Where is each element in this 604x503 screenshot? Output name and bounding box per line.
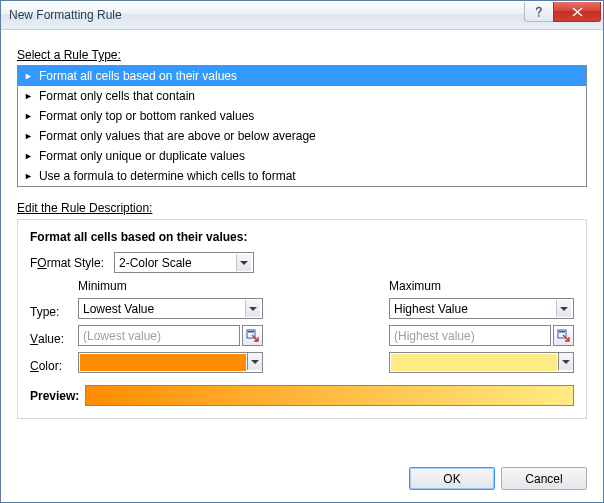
color-label: Color:	[30, 352, 78, 379]
help-icon	[534, 6, 544, 18]
titlebar: New Formatting Rule	[1, 1, 603, 30]
dropdown-arrow-icon	[236, 254, 251, 271]
rule-type-item[interactable]: ►Format only cells that contain	[18, 86, 586, 106]
arrow-icon: ►	[24, 72, 33, 81]
format-style-label: FOrmat Style:	[30, 256, 114, 270]
arrow-icon: ►	[24, 152, 33, 161]
rule-type-item[interactable]: ►Format only top or bottom ranked values	[18, 106, 586, 126]
dropdown-arrow-icon	[558, 353, 573, 370]
preview-gradient	[85, 385, 574, 406]
format-style-select[interactable]: 2-Color Scale	[114, 252, 254, 273]
edit-rule-description-label: Edit the Rule Description:	[17, 201, 587, 215]
format-style-row: FOrmat Style: 2-Color Scale	[30, 252, 574, 273]
minmax-columns: Type: Value: Color: Minimum Lowest Value…	[30, 279, 574, 379]
rule-type-item[interactable]: ►Use a formula to determine which cells …	[18, 166, 586, 186]
rule-type-list[interactable]: ►Format all cells based on their values …	[17, 65, 587, 187]
close-button[interactable]	[553, 2, 601, 22]
preview-label: Preview:	[30, 389, 79, 403]
min-value-refedit-button[interactable]	[242, 325, 263, 346]
preview-row: Preview:	[30, 385, 574, 406]
dropdown-arrow-icon	[245, 300, 260, 317]
maximum-header: Maximum	[389, 279, 574, 296]
row-labels: Type: Value: Color:	[30, 279, 78, 379]
refedit-icon	[557, 329, 570, 342]
max-value-input: (Highest value)	[389, 325, 551, 346]
dialog-footer: OK Cancel	[409, 467, 587, 490]
rule-type-item[interactable]: ►Format all cells based on their values	[18, 66, 586, 86]
ok-button[interactable]: OK	[409, 467, 495, 490]
min-color-select[interactable]	[78, 352, 263, 373]
max-color-swatch	[391, 354, 557, 371]
cancel-button[interactable]: Cancel	[501, 467, 587, 490]
minimum-column: Minimum Lowest Value (Lowest value)	[78, 279, 263, 379]
minimum-header: Minimum	[78, 279, 263, 296]
select-rule-type-label: Select a Rule Type:	[17, 48, 587, 62]
refedit-icon	[246, 329, 259, 342]
min-type-select[interactable]: Lowest Value	[78, 298, 263, 319]
rule-description-box: Format all cells based on their values: …	[17, 219, 587, 419]
rule-type-item[interactable]: ►Format only unique or duplicate values	[18, 146, 586, 166]
arrow-icon: ►	[24, 132, 33, 141]
dialog-title: New Formatting Rule	[9, 8, 122, 22]
arrow-icon: ►	[24, 92, 33, 101]
type-label: Type:	[30, 298, 78, 325]
dialog-content: Select a Rule Type: ►Format all cells ba…	[1, 30, 603, 429]
max-color-select[interactable]	[389, 352, 574, 373]
min-color-swatch	[80, 354, 246, 371]
min-value-input: (Lowest value)	[78, 325, 240, 346]
dropdown-arrow-icon	[247, 353, 262, 370]
rule-type-item[interactable]: ►Format only values that are above or be…	[18, 126, 586, 146]
description-header: Format all cells based on their values:	[30, 230, 574, 244]
arrow-icon: ►	[24, 112, 33, 121]
max-type-select[interactable]: Highest Value	[389, 298, 574, 319]
svg-rect-1	[248, 331, 254, 333]
titlebar-buttons	[525, 2, 601, 22]
help-button[interactable]	[524, 2, 554, 22]
arrow-icon: ►	[24, 172, 33, 181]
svg-rect-3	[559, 331, 565, 333]
max-value-refedit-button[interactable]	[553, 325, 574, 346]
maximum-column: Maximum Highest Value (Highest value)	[389, 279, 574, 379]
value-label: Value:	[30, 325, 78, 352]
new-formatting-rule-dialog: New Formatting Rule Select a Rule Type: …	[0, 0, 604, 503]
close-icon	[572, 7, 583, 17]
dropdown-arrow-icon	[556, 300, 571, 317]
